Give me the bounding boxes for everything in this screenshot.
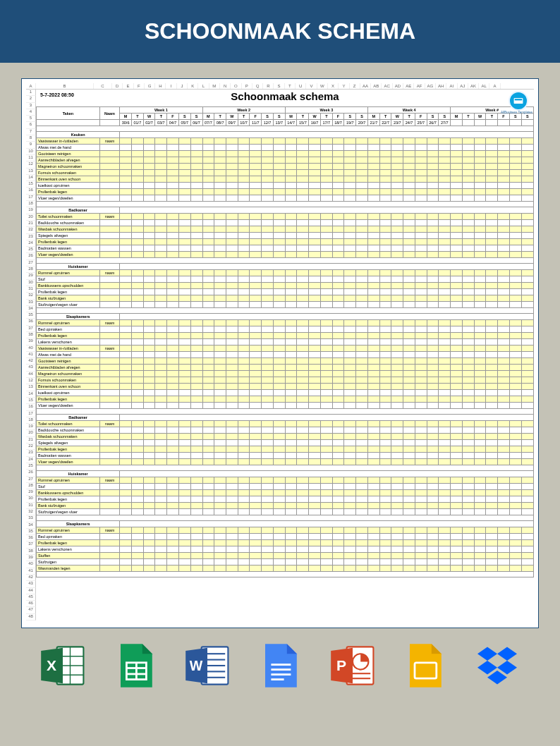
google-docs-icon (255, 641, 305, 690)
page-banner: SCHOONMAAK SCHEMA (0, 0, 560, 63)
page-wrap: ABCDEFGHIJKLMNOPQRSTUVWXYZAAABACADAEAFAG… (0, 63, 560, 710)
allbusiness-logo-icon (509, 91, 528, 111)
sheet-title: Schoonmaak schema (40, 90, 530, 102)
svg-rect-1 (515, 99, 523, 100)
svg-text:X: X (47, 657, 56, 673)
schedule-table: TakenNaamWeek 1Week 2Week 3Week 4Week #M… (36, 106, 534, 577)
excel-icon: X (38, 641, 87, 690)
google-sheets-icon (111, 641, 160, 690)
powerpoint-icon: P (328, 641, 377, 690)
logo-label: AllBusiness Templates (501, 111, 532, 114)
svg-text:W: W (190, 658, 203, 673)
spreadsheet-grid: 5-7-2022 08:50 Schoonmaak schema AllBusi… (36, 90, 534, 620)
excel-column-headers: ABCDEFGHIJKLMNOPQRSTUVWXYZAAABACADAEAFAG… (26, 83, 534, 90)
file-format-icons: X W P (21, 628, 539, 696)
google-slides-icon (400, 641, 449, 690)
dropbox-icon (473, 641, 522, 690)
word-icon: W (183, 641, 232, 690)
svg-text:P: P (336, 657, 346, 673)
spreadsheet-preview: ABCDEFGHIJKLMNOPQRSTUVWXYZAAABACADAEAFAG… (21, 78, 539, 628)
excel-row-headers: 1234567891011121314151617181920212223242… (26, 90, 36, 620)
